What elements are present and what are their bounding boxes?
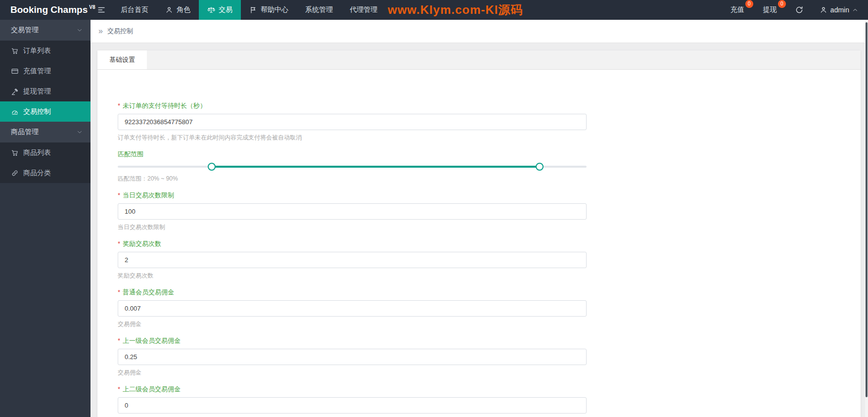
sidebar: 交易管理订单列表充值管理提现管理交易控制商品管理商品列表商品分类 [0, 20, 91, 417]
withdraw-button[interactable]: 提现 0 [760, 5, 780, 14]
slider-handle-max[interactable] [536, 163, 544, 171]
field-label-text: 上二级会员交易佣金 [123, 385, 181, 393]
range-slider-match-range[interactable] [118, 162, 587, 171]
field-label-text: 上一级会员交易佣金 [123, 337, 181, 344]
recharge-button[interactable]: 充值 0 [728, 5, 747, 14]
withdraw-badge: 0 [778, 0, 786, 8]
form-field-match-range: 匹配范围匹配范围：20% ~ 90% [118, 150, 861, 183]
sidebar-item-order-list[interactable]: 订单列表 [0, 41, 91, 61]
sidebar-item-label: 交易控制 [23, 107, 51, 116]
text-input-parent2-commission[interactable] [118, 397, 587, 414]
nav-item-label: 后台首页 [121, 5, 148, 14]
recharge-badge: 0 [745, 0, 753, 8]
top-nav-menu: 后台首页角色交易帮助中心系统管理代理管理 [112, 0, 386, 20]
breadcrumb: » 交易控制 [91, 20, 868, 43]
required-asterisk: * [118, 288, 120, 296]
watermark-text: www.KIym.com-KI源码 [388, 0, 523, 20]
settings-form: *未订单的支付等待时长（秒）订单支付等待时长，新下订单未在此时间内容完成支付将会… [97, 70, 861, 417]
flag-icon [249, 6, 257, 14]
nav-item-label: 帮助中心 [261, 5, 288, 14]
sidebar-item-label: 商品列表 [23, 148, 51, 157]
form-field-parent1-commission: *上一级会员交易佣金交易佣金 [118, 336, 861, 376]
top-navbar: Booking Champs V8 后台首页角色交易帮助中心系统管理代理管理 w… [0, 0, 868, 20]
slider-track[interactable] [118, 166, 587, 168]
withdraw-label: 提现 [763, 5, 777, 13]
settings-panel: 基础设置 *未订单的支付等待时长（秒）订单支付等待时长，新下订单未在此时间内容完… [97, 50, 861, 417]
nav-item-label: 系统管理 [305, 5, 333, 14]
sidebar-item-recharge-mgmt[interactable]: 充值管理 [0, 61, 91, 81]
text-input-daily-limit[interactable] [118, 203, 587, 220]
cart-icon [11, 47, 19, 55]
field-label: *当日交易次数限制 [118, 191, 861, 200]
field-help: 订单支付等待时长，新下订单未在此时间内容完成支付将会被自动取消 [118, 134, 861, 141]
field-label: *普通会员交易佣金 [118, 288, 861, 297]
field-label-text: 普通会员交易佣金 [123, 288, 174, 296]
brand-name: Booking Champs [10, 4, 88, 15]
user-name: admin [830, 6, 849, 14]
nav-item-agent[interactable]: 代理管理 [341, 0, 386, 20]
scrollbar-thumb[interactable] [866, 22, 868, 397]
user-menu[interactable]: admin [820, 6, 858, 14]
form-field-parent2-commission: *上二级会员交易佣金交易佣金 [118, 385, 861, 417]
chevron-down-icon [77, 27, 83, 33]
sidebar-group-goods-management[interactable]: 商品管理 [0, 122, 91, 142]
chevron-up-icon [852, 7, 858, 13]
sidebar-item-label: 充值管理 [23, 67, 51, 76]
sidebar-item-trade-control[interactable]: 交易控制 [0, 101, 91, 122]
chevron-down-icon [77, 129, 83, 135]
nav-item-help[interactable]: 帮助中心 [241, 0, 297, 20]
tab-basic-settings[interactable]: 基础设置 [97, 50, 147, 69]
sidebar-group-label: 商品管理 [11, 128, 39, 137]
sidebar-toggle-button[interactable] [91, 0, 112, 20]
nav-item-system[interactable]: 系统管理 [297, 0, 341, 20]
double-chevron-right-icon: » [98, 27, 103, 35]
sidebar-item-label: 订单列表 [23, 46, 51, 55]
form-field-member-commission: *普通会员交易佣金交易佣金 [118, 288, 861, 328]
text-input-parent1-commission[interactable] [118, 349, 587, 365]
sidebar-item-withdraw-mgmt[interactable]: 提现管理 [0, 81, 91, 101]
cart-icon [11, 149, 19, 157]
nav-item-roles[interactable]: 角色 [157, 0, 199, 20]
field-label: 匹配范围 [118, 150, 861, 159]
field-help: 匹配范围：20% ~ 90% [118, 175, 861, 183]
sidebar-group-trade-management[interactable]: 交易管理 [0, 20, 91, 41]
slider-handle-min[interactable] [208, 163, 216, 171]
nav-item-label: 代理管理 [350, 5, 377, 14]
sidebar-group-label: 交易管理 [11, 26, 39, 35]
form-field-reward-count: *奖励交易次数奖励交易次数 [118, 239, 861, 279]
sidebar-item-label: 提现管理 [23, 87, 51, 96]
recharge-label: 充值 [731, 5, 744, 13]
field-label-text: 奖励交易次数 [123, 240, 161, 247]
gavel-icon [11, 88, 19, 95]
required-asterisk: * [118, 191, 120, 199]
text-input-member-commission[interactable] [118, 300, 587, 317]
field-label-text: 未订单的支付等待时长（秒） [123, 102, 206, 109]
text-input-wait-time[interactable] [118, 114, 587, 130]
main-content: » 交易控制 基础设置 *未订单的支付等待时长（秒）订单支付等待时长，新下订单未… [91, 20, 868, 417]
field-help: 交易佣金 [118, 320, 861, 328]
form-field-wait-time: *未订单的支付等待时长（秒）订单支付等待时长，新下订单未在此时间内容完成支付将会… [118, 101, 861, 141]
nav-item-trade[interactable]: 交易 [199, 0, 241, 20]
card-icon [11, 67, 19, 75]
breadcrumb-label: 交易控制 [107, 27, 133, 36]
slider-fill [212, 166, 540, 168]
nav-item-label: 交易 [219, 5, 232, 14]
gauge-icon [11, 108, 19, 116]
field-label: *上一级会员交易佣金 [118, 336, 861, 345]
field-help: 交易佣金 [118, 369, 861, 376]
field-label: *上二级会员交易佣金 [118, 385, 861, 394]
field-help: 当日交易次数限制 [118, 223, 861, 231]
field-label: *未订单的支付等待时长（秒） [118, 101, 861, 110]
refresh-button[interactable] [795, 5, 804, 14]
link-icon [11, 169, 19, 177]
sidebar-item-goods-list[interactable]: 商品列表 [0, 142, 91, 163]
navbar-right: 充值 0 提现 0 admin [715, 0, 868, 20]
user-icon [165, 6, 173, 14]
field-label: *奖励交易次数 [118, 239, 861, 248]
field-label-text: 匹配范围 [118, 150, 143, 158]
text-input-reward-count[interactable] [118, 252, 587, 268]
refresh-icon [795, 5, 804, 14]
user-icon [820, 6, 827, 14]
sidebar-item-goods-category[interactable]: 商品分类 [0, 163, 91, 183]
nav-item-home[interactable]: 后台首页 [112, 0, 157, 20]
